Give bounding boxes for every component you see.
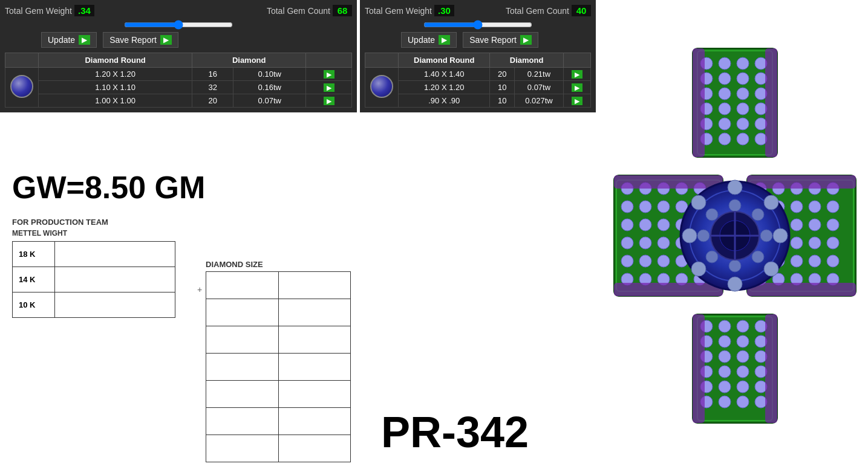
svg-point-135 — [752, 208, 764, 221]
diamond-grid-cell[interactable] — [206, 435, 279, 462]
svg-point-131 — [691, 262, 706, 276]
svg-point-15 — [719, 103, 731, 115]
svg-point-4 — [737, 57, 749, 69]
svg-rect-123 — [747, 283, 856, 296]
diamond-grid-cell[interactable] — [206, 381, 279, 408]
svg-point-67 — [639, 237, 651, 249]
right-row-count: 10 — [490, 94, 515, 108]
svg-rect-88 — [614, 175, 723, 189]
diamond-grid-cell[interactable] — [278, 326, 351, 354]
svg-point-119 — [827, 237, 839, 249]
left-update-button[interactable]: Update ▶ — [41, 32, 97, 48]
svg-point-71 — [658, 201, 670, 213]
svg-rect-55 — [765, 314, 777, 423]
diamond-grid-cell[interactable] — [278, 408, 351, 435]
right-row-nav[interactable]: ▶ — [563, 68, 590, 81]
left-gem-weight-label: Total Gem Weight — [5, 6, 72, 16]
right-gem-icon — [370, 75, 393, 98]
svg-point-39 — [719, 351, 731, 363]
svg-point-106 — [791, 219, 803, 231]
diamond-grid-cell[interactable] — [206, 299, 279, 326]
left-gem-weight-value: .34 — [74, 5, 94, 16]
right-stats-bar: Total Gem Weight .30 Total Gem Count 40 — [365, 5, 591, 16]
left-save-report-label: Save Report — [109, 35, 157, 45]
metal-value[interactable] — [54, 242, 175, 267]
right-gem-table: Diamond Round Diamond 1.40 X 1.40 20 0.2… — [365, 53, 591, 108]
metal-label: 18 K — [13, 242, 55, 267]
svg-point-40 — [737, 351, 749, 363]
svg-point-137 — [752, 251, 764, 263]
metal-value[interactable] — [54, 267, 175, 292]
svg-point-107 — [791, 237, 803, 249]
metal-table-row: 10 K — [13, 292, 175, 318]
svg-point-127 — [764, 195, 778, 210]
left-row-weight: 0.16tw — [233, 81, 306, 94]
svg-point-130 — [728, 277, 742, 291]
right-save-report-arrow: ▶ — [520, 35, 532, 45]
svg-point-11 — [719, 88, 731, 100]
diamond-grid-cell[interactable] — [206, 272, 279, 299]
right-row-weight: 0.21tw — [515, 68, 564, 81]
right-table-nav-header — [563, 53, 590, 68]
svg-point-16 — [737, 103, 749, 115]
svg-point-8 — [737, 73, 749, 85]
diamond-grid-cell[interactable] — [206, 408, 279, 435]
svg-point-117 — [827, 201, 839, 213]
diamond-grid-cell[interactable] — [278, 272, 351, 299]
gw-label: GW=8.50 GM — [0, 163, 357, 212]
diamond-grid-cell[interactable] — [278, 299, 351, 326]
left-save-report-button[interactable]: Save Report ▶ — [103, 32, 178, 48]
right-table-row: .90 X .90 10 0.027tw ▶ — [365, 94, 591, 108]
diamond-grid-row — [206, 381, 351, 408]
svg-point-43 — [719, 366, 731, 378]
left-row-count: 20 — [192, 94, 233, 108]
right-gem-weight-value: .30 — [434, 5, 454, 16]
left-row-size: 1.00 X 1.00 — [39, 94, 192, 108]
right-update-button[interactable]: Update ▶ — [401, 32, 457, 48]
left-row-nav[interactable]: ▶ — [306, 94, 352, 108]
left-row-nav[interactable]: ▶ — [306, 81, 352, 94]
left-table-icon-header — [5, 53, 39, 68]
right-table-col1-header: Diamond Round — [399, 53, 490, 68]
right-table-icon-header — [365, 53, 399, 68]
svg-point-61 — [621, 237, 633, 249]
diamond-grid-cell[interactable] — [206, 354, 279, 381]
svg-point-120 — [827, 255, 839, 267]
metal-label: 14 K — [13, 267, 55, 292]
diamond-grid-cell[interactable] — [278, 381, 351, 408]
right-row-nav[interactable]: ▶ — [563, 81, 590, 94]
pr-label: PR-342 — [381, 407, 529, 457]
svg-point-7 — [719, 73, 731, 85]
diamond-grid — [206, 271, 351, 462]
right-slider[interactable] — [423, 20, 532, 30]
jewelry-svg — [608, 42, 862, 429]
diamond-grid-cell[interactable] — [206, 326, 279, 354]
svg-point-23 — [719, 133, 731, 145]
diamond-grid-cell[interactable] — [278, 354, 351, 381]
left-row-weight: 0.10tw — [233, 68, 306, 81]
svg-point-136 — [760, 230, 772, 242]
diamond-grid-row — [206, 299, 351, 326]
right-row-count: 10 — [490, 81, 515, 94]
left-row-size: 1.10 X 1.10 — [39, 81, 192, 94]
right-gem-count-value: 40 — [572, 5, 591, 16]
left-save-report-arrow: ▶ — [160, 35, 172, 45]
diamond-grid-row — [206, 408, 351, 435]
svg-point-65 — [639, 201, 651, 213]
svg-point-112 — [809, 219, 821, 231]
metal-value[interactable] — [54, 292, 175, 318]
svg-point-128 — [773, 228, 788, 243]
left-slider[interactable] — [124, 20, 233, 30]
diamond-grid-cell[interactable] — [278, 435, 351, 462]
svg-rect-89 — [614, 283, 723, 296]
right-save-report-button[interactable]: Save Report ▶ — [463, 32, 538, 48]
metal-label: 10 K — [13, 292, 55, 318]
svg-rect-54 — [693, 314, 705, 423]
right-row-nav[interactable]: ▶ — [563, 94, 590, 108]
diamond-grid-row — [206, 354, 351, 381]
metal-table: 18 K 14 K 10 K — [12, 241, 175, 318]
left-table-row: 1.00 X 1.00 20 0.07tw ▶ — [5, 94, 352, 108]
svg-point-138 — [729, 260, 741, 272]
right-btn-bar: Update ▶ Save Report ▶ — [365, 32, 591, 48]
left-row-nav[interactable]: ▶ — [306, 68, 352, 81]
